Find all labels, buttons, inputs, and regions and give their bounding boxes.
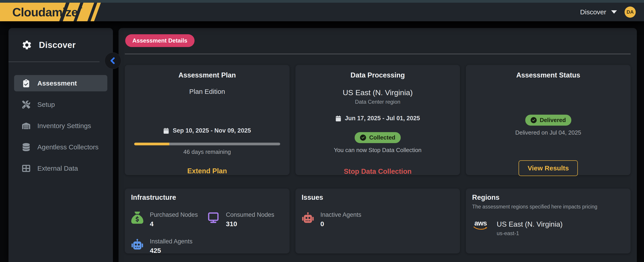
check-circle-icon: [360, 135, 366, 141]
card-title: Infrastructure: [131, 193, 283, 202]
sidebar-item-setup[interactable]: Setup: [14, 96, 107, 113]
calendar-icon: [163, 128, 169, 134]
collected-status-text: Collected: [369, 134, 395, 141]
metric-inactive-agents: Inactive Agents 0: [302, 211, 378, 228]
gear-icon: [22, 40, 32, 50]
tools-icon: [22, 100, 30, 109]
sidebar-item-external-data[interactable]: External Data: [14, 160, 107, 176]
calendar-icon: [336, 115, 341, 121]
regions-card: Regions The assessment regions specified…: [466, 189, 630, 253]
table-icon: [22, 164, 30, 172]
sidebar-item-assessment[interactable]: Assessment: [14, 75, 107, 91]
issues-metrics: Inactive Agents 0: [302, 211, 454, 228]
sidebar-header: Discover: [8, 28, 113, 50]
monitor-icon: [207, 211, 220, 224]
delivered-status-badge: Delivered: [525, 115, 571, 126]
metric-label: Consumed Nodes: [226, 211, 274, 218]
aws-icon: aws: [472, 220, 489, 230]
metric-label: Installed Agents: [150, 238, 192, 245]
processing-region-caption: Data Center region: [355, 99, 400, 105]
warehouse-icon: [22, 122, 30, 130]
infrastructure-metrics: Purchased Nodes 4 Consumed Nodes 310: [131, 211, 283, 254]
sidebar-item-label: External Data: [37, 165, 78, 172]
plan-date-range: Sep 10, 2025 - Nov 09, 2025: [163, 127, 251, 134]
plan-date-range-text: Sep 10, 2025 - Nov 09, 2025: [173, 127, 251, 134]
sidebar-divider: [8, 62, 100, 62]
metric-text: Purchased Nodes 4: [150, 211, 198, 228]
delivered-on-text: Delivered on Jul 04, 2025: [515, 129, 581, 136]
metric-label: Purchased Nodes: [150, 211, 198, 218]
metric-label: Inactive Agents: [320, 211, 361, 218]
card-title: Regions: [472, 193, 624, 202]
product-switcher-dropdown[interactable]: Discover: [580, 8, 617, 16]
collection-date-range: Jun 17, 2025 - Jul 01, 2025: [336, 115, 420, 122]
card-title: Assessment Plan: [178, 71, 236, 79]
navbar-right: Discover DA: [580, 3, 636, 21]
stop-data-collection-link[interactable]: Stop Data Collection: [344, 168, 412, 176]
robot-icon: [131, 238, 144, 250]
assessment-status-card: Assessment Status Delivered Delivered on…: [466, 65, 630, 175]
metric-value: 4: [150, 220, 198, 228]
data-processing-card: Data Processing US East (N. Virginia) Da…: [296, 65, 460, 175]
metric-value: 310: [226, 220, 274, 228]
database-icon: [22, 143, 30, 151]
region-name: US East (N. Virginia): [497, 220, 562, 228]
plan-progress-bar: [134, 143, 280, 145]
cards-grid: Assessment Plan Plan Edition Sep 10, 202…: [125, 65, 630, 253]
view-results-button[interactable]: View Results: [518, 160, 578, 176]
sidebar-item-agentless-collectors[interactable]: Agentless Collectors: [14, 139, 107, 155]
delivered-status-text: Delivered: [540, 117, 566, 123]
metric-text: Installed Agents 425: [150, 238, 192, 254]
clipboard-check-icon: [22, 79, 30, 87]
plan-edition-label: Plan Edition: [189, 88, 225, 95]
check-circle-icon: [531, 117, 537, 123]
card-title: Issues: [302, 193, 454, 202]
extend-plan-link[interactable]: Extend Plan: [188, 167, 227, 175]
metric-consumed-nodes: Consumed Nodes 310: [207, 211, 283, 228]
metric-installed-agents: Installed Agents 425: [131, 238, 207, 254]
user-avatar[interactable]: DA: [624, 7, 636, 18]
assessment-details-badge: Assessment Details: [125, 34, 194, 47]
metric-purchased-nodes: Purchased Nodes 4: [131, 211, 207, 228]
chevron-left-icon: [109, 57, 117, 64]
main-panel: Assessment Details Assessment Plan Plan …: [118, 28, 637, 262]
product-switcher-label: Discover: [580, 8, 606, 16]
sidebar-item-label: Agentless Collectors: [37, 143, 98, 151]
metric-text: Inactive Agents 0: [320, 211, 361, 228]
brand-name: Cloudamize: [12, 5, 78, 19]
metric-value: 425: [150, 247, 192, 254]
trademark-symbol: ™: [78, 7, 82, 11]
assessment-plan-card: Assessment Plan Plan Edition Sep 10, 202…: [125, 65, 290, 175]
top-navbar: Cloudamize™ Discover DA: [0, 0, 644, 21]
section-divider: [125, 54, 630, 54]
infrastructure-card: Infrastructure Purchased Nodes 4: [125, 189, 290, 253]
metric-value: 0: [320, 220, 361, 228]
brand-text: Cloudamize™: [12, 3, 82, 21]
money-bag-icon: [131, 211, 144, 224]
regions-subtitle: The assessment regions specified here im…: [472, 204, 624, 210]
chevron-down-icon: [611, 10, 617, 14]
sidebar-title: Discover: [39, 40, 76, 50]
sidebar-item-label: Inventory Settings: [37, 122, 91, 130]
region-text: US East (N. Virginia) us-east-1: [497, 220, 562, 236]
sidebar-menu: Assessment Setup Inventory Settings Agen…: [8, 75, 113, 176]
cloudamize-logo[interactable]: Cloudamize™: [0, 3, 116, 21]
card-title: Assessment Status: [516, 71, 580, 79]
collected-status-badge: Collected: [355, 132, 401, 143]
collection-date-range-text: Jun 17, 2025 - Jul 01, 2025: [345, 115, 420, 122]
sidebar-item-label: Assessment: [37, 79, 77, 87]
sidebar-item-label: Setup: [37, 101, 55, 108]
region-list-item: aws US East (N. Virginia) us-east-1: [472, 220, 624, 236]
card-title: Data Processing: [350, 71, 405, 79]
region-code: us-east-1: [497, 230, 562, 236]
plan-progress-fill: [134, 143, 169, 145]
processing-region: US East (N. Virginia): [342, 88, 412, 97]
metric-text: Consumed Nodes 310: [226, 211, 274, 228]
sidebar-collapse-button[interactable]: [105, 52, 121, 69]
issues-card: Issues Inactive Agents 0: [296, 189, 460, 253]
sidebar: Discover Assessment Setup Inventory Sett…: [8, 28, 113, 262]
days-remaining-text: 46 days remaining: [183, 149, 231, 155]
sidebar-item-inventory-settings[interactable]: Inventory Settings: [14, 117, 107, 134]
stop-collection-hint: You can now Stop Data Collection: [334, 147, 422, 154]
robot-alert-icon: [302, 211, 314, 224]
